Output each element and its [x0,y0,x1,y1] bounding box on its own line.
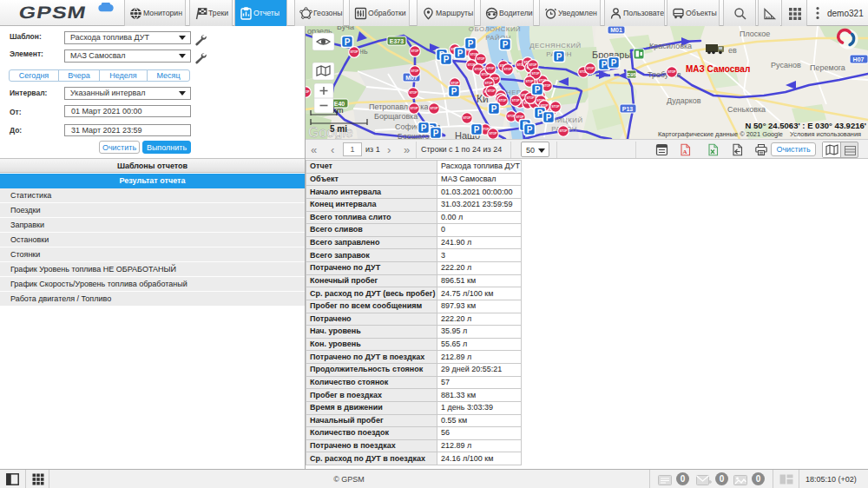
svg-text:Русанов: Русанов [771,61,801,69]
svg-text:A: A [683,148,687,155]
svg-text:Плоское: Плоское [740,30,770,38]
svg-text:Буча: Буча [337,26,354,31]
svg-text:Картографические данные © 2021: Картографические данные © 2021 Google [658,130,783,138]
svg-text:Н07: Н07 [853,56,865,63]
svg-text:ДЕСНЯНСКИЙ: ДЕСНЯНСКИЙ [529,42,581,49]
svg-text:E373: E373 [390,38,404,44]
svg-text:5 mi: 5 mi [330,124,347,134]
svg-text:Перемога: Перемога [810,63,845,72]
svg-text:Дударков: Дударков [667,96,701,105]
svg-text:Сеньковка: Сеньковка [727,105,766,114]
svg-text:МАЗ Самосвал: МАЗ Самосвал [686,64,750,74]
svg-text:ев: ев [728,46,737,55]
svg-text:ОБОЛОНСКИЙ: ОБОЛОНСКИЙ [469,26,521,33]
svg-text:Условия использования: Условия использования [790,130,861,138]
svg-text:N 50° 24.5063' : E 030° 43.921: N 50° 24.5063' : E 030° 43.9216' [746,121,866,130]
svg-text:М01: М01 [610,27,622,33]
svg-text:Е95: Е95 [627,72,636,77]
svg-text:Петропавловская: Петропавловская [369,102,432,111]
svg-text:Красиловка: Красиловка [649,42,692,50]
svg-text:Р13: Р13 [622,106,634,112]
